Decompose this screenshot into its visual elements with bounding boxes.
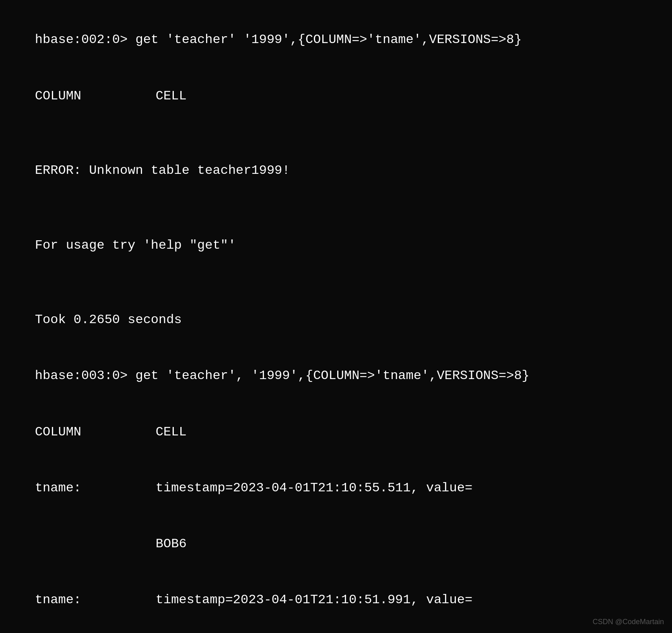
data-row-2-cont: BOB5 (4, 628, 668, 633)
command-line-1: hbase:002:0> get 'teacher' '1999',{COLUM… (4, 12, 668, 68)
data-row-2: tname:timestamp=2023-04-01T21:10:51.991,… (4, 572, 668, 628)
data-col-1: tname: (35, 479, 156, 497)
blank-1 (4, 124, 668, 142)
error-text: ERROR: Unknown table teacher1999! (35, 163, 290, 178)
column-label-1: COLUMN (35, 87, 156, 105)
data-row-1-cont: BOB6 (4, 516, 668, 572)
data-val-1: BOB6 (156, 536, 187, 551)
cell-label-1: CELL (156, 89, 187, 103)
blank-3 (4, 273, 668, 292)
error-line: ERROR: Unknown table teacher1999! (4, 143, 668, 199)
prompt-text-1: hbase:002:0> get 'teacher' '1999',{COLUM… (35, 32, 522, 47)
data-cell-2: timestamp=2023-04-01T21:10:51.991, value… (156, 592, 472, 607)
data-cell-1: timestamp=2023-04-01T21:10:55.511, value… (156, 480, 472, 495)
column-header-1: COLUMNCELL (4, 68, 668, 124)
command-line-2: hbase:003:0> get 'teacher', '1999',{COLU… (4, 348, 668, 404)
data-row-1: tname:timestamp=2023-04-01T21:10:55.511,… (4, 460, 668, 516)
watermark-text: CSDN @CodeMartain (593, 618, 664, 626)
took-text-1: Took 0.2650 seconds (35, 312, 182, 327)
blank-2 (4, 199, 668, 217)
took-line-1: Took 0.2650 seconds (4, 292, 668, 348)
column-label-2: COLUMN (35, 423, 156, 441)
column-header-2: COLUMNCELL (4, 404, 668, 460)
watermark: CSDN @CodeMartain (593, 617, 664, 627)
usage-line: For usage try 'help "get"' (4, 217, 668, 273)
terminal: hbase:002:0> get 'teacher' '1999',{COLUM… (4, 8, 668, 633)
prompt-text-2: hbase:003:0> get 'teacher', '1999',{COLU… (35, 368, 530, 383)
data-col-1-cont (35, 535, 156, 553)
cell-label-2: CELL (156, 425, 187, 439)
data-col-2: tname: (35, 591, 156, 609)
usage-text: For usage try 'help "get"' (35, 238, 236, 253)
